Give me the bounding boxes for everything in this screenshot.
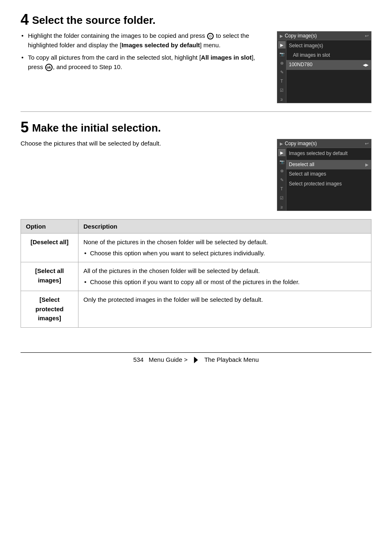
deselect-arrow: ▶ [365,162,369,168]
multi-selector-icon: ⊙ [207,33,214,39]
section-4-body: Highlight the folder containing the imag… [21,31,371,103]
section-4-text: Highlight the folder containing the imag… [21,31,269,75]
menu-item-row-100nd780: 100ND780 ◀▶ [289,61,369,69]
step-5-title: Make the initial selection. [32,120,161,134]
icon2-wifi: ≥ [278,203,286,211]
table-row: [Selectprotectedimages] Only the protect… [21,291,371,328]
section-4-bullets: Highlight the folder containing the imag… [21,31,269,72]
step-4-title: Select the source folder. [32,12,156,27]
section-separator-1 [21,111,371,112]
menu2-item-select-protected: Select protected images [286,179,371,189]
menu-1-icons: ▶ 📷 ⊛ ✎ T ☑ ≥ [277,40,286,103]
col-desc-header: Description [78,220,371,234]
menu2-item-images-by-default: Images selected by default [286,149,371,158]
table-row: [Select allimages] All of the pictures i… [21,262,371,291]
table-header-row: Option Description [21,220,371,234]
col-option-header: Option [21,220,78,234]
desc-deselect-main: None of the pictures in the chosen folde… [83,238,268,245]
menu-item-select-images: Select image(s) [286,41,371,51]
footer-page-number: 534 [133,356,143,363]
icon2-flash: ⊛ [278,167,286,174]
menu-1-title: Copy image(s) [283,33,365,39]
bullet-4-1-text2: to select the highlighted folder and dis… [28,32,249,49]
desc-select-all-main: All of the pictures in the chosen folder… [83,267,260,274]
menu-2-sidebar: ▶ 📷 ⊛ ✎ T ☑ ≥ Images selected by default… [277,148,371,211]
footer: 534 Menu Guide > The Playback Menu [21,352,371,363]
bullet-4-2: To copy all pictures from the card in th… [21,53,269,72]
icon-camera: 📷 [278,50,286,58]
desc-select-all-bullet-1: Choose this option if you want to copy a… [83,278,366,287]
menu-1-sidebar: ▶ 📷 ⊛ ✎ T ☑ ≥ Select image(s) All images… [277,40,371,103]
deselect-row: Deselect all ▶ [289,161,369,169]
menu-2-title-bar: ▶ Copy image(s) ↩ [277,139,371,148]
menu-item-all-in-slot: All images in slot [286,51,371,60]
option-deselect-all: [Deselect all] [21,234,78,262]
menu-name-bold: Images selected by default [122,42,200,49]
icon2-play: ▶ [278,149,286,156]
all-images-bold: All images in slot [201,54,251,61]
ok-button-icon: ok [45,64,53,71]
step-4-number: 4 [21,12,29,27]
table-row: [Deselect all] None of the pictures in t… [21,234,371,262]
footer-separator [21,352,371,353]
section-5: 5 Make the initial selection. Choose the… [21,120,371,211]
menu-2-play-icon: ▶ [280,141,283,146]
menu-2-title: Copy image(s) [283,141,365,146]
bullet-4-1: Highlight the folder containing the imag… [21,31,269,50]
menu2-item-deselect-all: Deselect all ▶ [286,160,371,169]
desc-protected-main: Only the protected images in the folder … [83,296,263,303]
icon-wifi: ≥ [278,95,286,103]
section-5-body: Choose the pictures that will be selecte… [21,139,371,211]
option-select-protected: [Selectprotectedimages] [21,291,78,328]
desc-deselect-bullets: Choose this option when you want to sele… [83,249,366,258]
options-table: Option Description [Deselect all] None o… [21,219,371,328]
camera-menu-2: ▶ Copy image(s) ↩ ▶ 📷 ⊛ ✎ T ☑ ≥ Images s… [277,139,371,211]
folder-arrow: ◀▶ [363,62,369,68]
footer-text: Menu Guide > [149,356,188,363]
menu-2-back: ↩ [365,141,369,146]
desc-deselect-all: None of the pictures in the chosen folde… [78,234,371,262]
playback-menu-icon [193,357,199,363]
menu-2-items: Images selected by default Deselect all … [286,148,371,211]
menu-1-back: ↩ [365,33,369,39]
desc-deselect-bullet-1: Choose this option when you want to sele… [83,249,366,258]
menu-2-icons: ▶ 📷 ⊛ ✎ T ☑ ≥ [277,148,286,211]
icon-check: ☑ [278,86,286,94]
deselect-label: Deselect all [289,161,314,169]
menu-icon-play-small: ▶ [280,34,283,38]
footer-suffix: The Playback Menu [204,356,259,363]
icon-flash: ⊛ [278,59,286,67]
icon-pencil: ✎ [278,68,286,76]
icon-t: T [278,77,286,85]
desc-select-all-bullets: Choose this option if you want to copy a… [83,278,366,287]
desc-select-all-images: All of the pictures in the chosen folder… [78,262,371,291]
icon2-camera: 📷 [278,158,286,165]
icon2-t: T [278,185,286,192]
section-5-text: Choose the pictures that will be selecte… [21,139,269,148]
icon-play: ▶ [278,41,286,49]
section-4-header: 4 Select the source folder. [21,12,371,27]
folder-name: 100ND780 [289,61,312,69]
menu-1-title-bar: ▶ Copy image(s) ↩ [277,32,371,40]
menu2-item-select-all: Select all images [286,169,371,179]
menu-item-100nd780: 100ND780 ◀▶ [286,60,371,69]
section-5-description: Choose the pictures that will be selecte… [21,139,269,148]
menu-1-items: Select image(s) All images in slot 100ND… [286,40,371,103]
icon2-pencil: ✎ [278,176,286,183]
icon2-check: ☑ [278,194,286,201]
section-4: 4 Select the source folder. Highlight th… [21,12,371,103]
step-5-number: 5 [21,120,29,135]
camera-menu-1: ▶ Copy image(s) ↩ ▶ 📷 ⊛ ✎ T ☑ ≥ Select i… [277,31,371,103]
desc-select-protected: Only the protected images in the folder … [78,291,371,328]
section-5-header: 5 Make the initial selection. [21,120,371,135]
option-select-all-images: [Select allimages] [21,262,78,291]
